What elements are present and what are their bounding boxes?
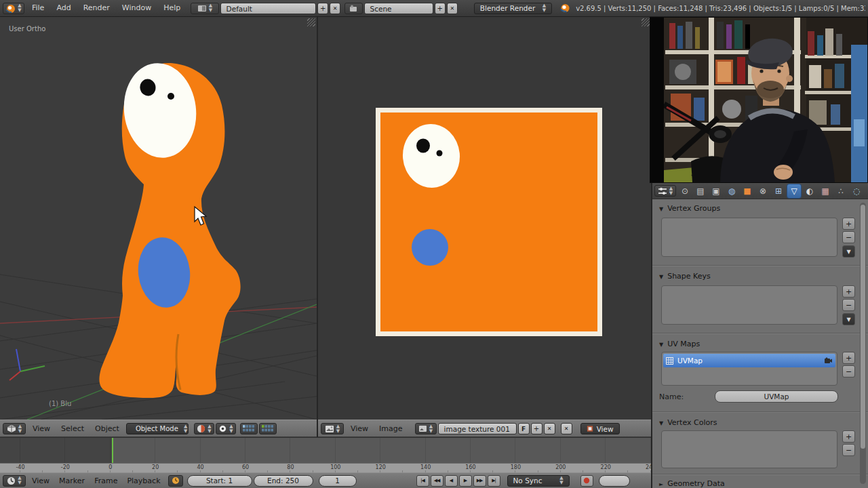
props-tab-material-icon[interactable]: ◐: [803, 184, 816, 198]
menu-marker[interactable]: Marker: [54, 476, 90, 485]
playback-button-0[interactable]: |◀: [416, 475, 429, 487]
menu-view[interactable]: View: [27, 476, 54, 485]
vertex-color-remove-button[interactable]: −: [842, 444, 855, 456]
uvmap-name-field[interactable]: UVMap: [715, 390, 838, 403]
viewport-shading-dropdown[interactable]: ▲▼: [194, 423, 214, 434]
props-tab-constraints-icon[interactable]: ⊗: [756, 184, 770, 198]
properties-scrollbar[interactable]: [860, 203, 866, 484]
props-tab-modifiers-icon[interactable]: ⊞: [772, 184, 785, 198]
vertex-group-specials-button[interactable]: ▼: [842, 245, 855, 258]
area-resize-grip[interactable]: [642, 18, 650, 26]
props-tab-render-icon[interactable]: ⊙: [678, 184, 692, 198]
layers-widget-right[interactable]: [259, 423, 277, 434]
editor-type-info-button[interactable]: ▲▼: [3, 3, 24, 14]
panel-header-uv-maps[interactable]: ▼UV Maps: [659, 340, 700, 348]
props-tab-world-icon[interactable]: ◍: [725, 184, 738, 198]
props-tab-particles-icon[interactable]: ∴: [834, 184, 848, 198]
menu-image[interactable]: Image: [374, 424, 408, 433]
props-tab-scene-icon[interactable]: ▣: [709, 184, 723, 198]
shape-key-add-button[interactable]: +: [842, 285, 855, 298]
current-frame-indicator[interactable]: [112, 438, 113, 464]
panel-header-vertex-colors[interactable]: ▼Vertex Colors: [659, 418, 717, 427]
menu-add[interactable]: Add: [50, 3, 77, 12]
uvmap-add-button[interactable]: +: [842, 352, 855, 364]
image-unlink-button[interactable]: ✕: [561, 423, 572, 434]
scene-browse-button[interactable]: [344, 3, 362, 14]
end-frame-field[interactable]: End: 250: [254, 475, 313, 487]
uvmap-list-item[interactable]: UVMap: [663, 354, 835, 367]
editor-type-image-button[interactable]: ▲▼: [321, 423, 344, 434]
vertex-color-add-button[interactable]: +: [842, 430, 855, 443]
scrollbar-thumb[interactable]: [861, 205, 865, 449]
render-engine-dropdown[interactable]: Blender Render▲▼: [474, 3, 552, 14]
uv-image-editor[interactable]: ▲▼ ViewImage ▲▼ image texture 001 F + ✕ …: [317, 17, 651, 437]
vertex-group-add-button[interactable]: +: [842, 218, 855, 230]
image-add-button[interactable]: +: [531, 423, 542, 434]
props-tab-texture-icon[interactable]: ▦: [818, 184, 832, 198]
screen-layout-add-button[interactable]: +: [317, 3, 328, 14]
uv-maps-list[interactable]: UVMap: [661, 352, 837, 386]
autokey-record-button[interactable]: [580, 475, 593, 487]
fake-user-button[interactable]: F: [518, 423, 530, 434]
screen-layout-field[interactable]: Default: [220, 3, 317, 14]
vertex-groups-list[interactable]: [661, 218, 837, 257]
uv-image-canvas[interactable]: [318, 17, 651, 420]
playback-button-4[interactable]: ▶▶: [473, 475, 486, 487]
sync-mode-dropdown[interactable]: No Sync▲▼: [507, 475, 570, 487]
panel-header-geometry-data[interactable]: ►Geometry Data: [659, 479, 725, 488]
playback-button-2[interactable]: ◀: [445, 475, 458, 487]
uvmap-remove-button[interactable]: −: [842, 365, 855, 378]
scene-field[interactable]: Scene: [364, 3, 433, 14]
image-close-button[interactable]: ✕: [544, 423, 555, 434]
menu-render[interactable]: Render: [77, 3, 116, 12]
pivot-point-dropdown[interactable]: ▲▼: [216, 423, 236, 434]
render-camera-icon[interactable]: [824, 357, 833, 364]
start-frame-field[interactable]: Start: 1: [187, 475, 252, 487]
playback-button-1[interactable]: ◀◀: [431, 475, 443, 487]
mode-dropdown[interactable]: Object Mode▲▼: [126, 423, 189, 434]
shape-key-specials-button[interactable]: ▼: [842, 313, 855, 325]
vertex-group-remove-button[interactable]: −: [842, 231, 855, 243]
current-frame-field[interactable]: 1: [319, 475, 357, 487]
props-tab-render-layers-icon[interactable]: ▤: [694, 184, 707, 198]
menu-file[interactable]: File: [26, 3, 50, 12]
menu-playback[interactable]: Playback: [122, 476, 165, 485]
menu-select[interactable]: Select: [56, 424, 90, 433]
character-mesh[interactable]: [99, 59, 240, 398]
props-tab-object-data-icon[interactable]: ▽: [787, 184, 801, 198]
menu-frame[interactable]: Frame: [90, 476, 122, 485]
vertex-colors-list[interactable]: [661, 430, 837, 468]
keying-set-field[interactable]: [599, 475, 630, 487]
editor-type-properties-button[interactable]: ▲▼: [654, 185, 676, 197]
screen-layout-close-button[interactable]: ✕: [330, 3, 340, 14]
scene-close-button[interactable]: ✕: [447, 3, 458, 14]
3d-viewport-canvas[interactable]: [0, 17, 317, 420]
timeline-track[interactable]: [0, 437, 651, 463]
panel-header-shape-keys[interactable]: ▼Shape Keys: [659, 272, 711, 281]
menu-window[interactable]: Window: [116, 3, 157, 12]
menu-view[interactable]: View: [345, 424, 374, 433]
3d-viewport[interactable]: User Ortho (1) Blu ▲▼ ViewSelectObject O…: [0, 17, 317, 437]
props-tab-object-icon[interactable]: ■: [741, 184, 754, 198]
menu-object[interactable]: Object: [90, 424, 125, 433]
menu-help[interactable]: Help: [157, 3, 186, 12]
menu-view[interactable]: View: [27, 424, 56, 433]
panel-header-vertex-groups[interactable]: ▼Vertex Groups: [659, 204, 720, 213]
image-browse-button[interactable]: ▲▼: [415, 423, 437, 434]
layers-widget-left[interactable]: [240, 423, 258, 434]
uv-display-mode-dropdown[interactable]: View: [580, 423, 620, 434]
screen-layout-browse-button[interactable]: ▲▼: [191, 3, 218, 14]
editor-type-3dview-button[interactable]: ▲▼: [3, 423, 26, 434]
shape-key-remove-button[interactable]: −: [842, 299, 855, 311]
shape-keys-list[interactable]: [661, 285, 837, 325]
editor-type-timeline-button[interactable]: ▲▼: [3, 475, 26, 487]
image-name-field[interactable]: image texture 001: [438, 423, 517, 434]
playback-button-5[interactable]: ▶|: [488, 475, 500, 487]
scene-add-button[interactable]: +: [435, 3, 446, 14]
playback-button-3[interactable]: ▶: [459, 475, 472, 487]
props-tab-physics-icon[interactable]: ◌: [850, 184, 863, 198]
timeline-ruler[interactable]: -40-20020406080100120140160180200220240: [0, 463, 651, 473]
preview-range-button[interactable]: [168, 475, 183, 487]
timeline-editor[interactable]: -40-20020406080100120140160180200220240 …: [0, 437, 651, 488]
area-resize-grip[interactable]: [307, 18, 315, 26]
